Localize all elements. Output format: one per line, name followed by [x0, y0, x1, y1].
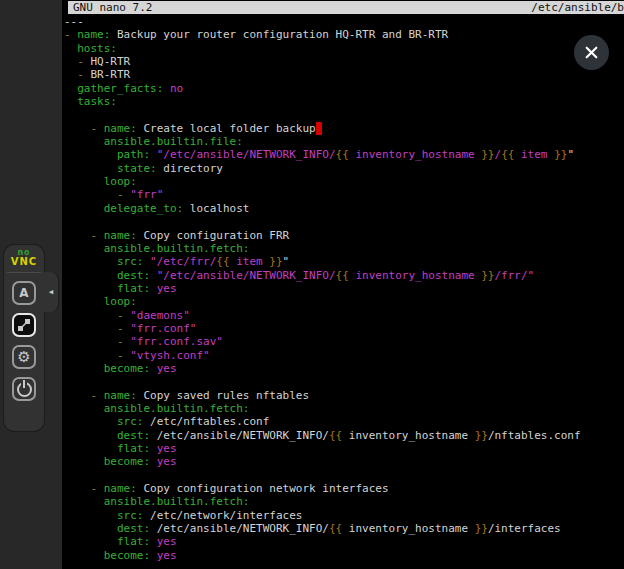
editor-line: loop: [64, 295, 624, 308]
vnc-sidebar-strip: no VNC A ⚙ [0, 0, 62, 569]
novnc-logo: no VNC [7, 245, 41, 273]
editor-line: - "frr" [64, 188, 624, 201]
editor-line: ansible.builtin.fetch: [64, 495, 624, 508]
nano-version-label: GNU nano 7.2 [73, 1, 152, 14]
editor-line: state: directory [64, 162, 624, 175]
editor-line: ansible.builtin.fetch: [64, 402, 624, 415]
editor-line [64, 215, 624, 228]
editor-line: - name: Copy configuration FRR [64, 229, 624, 242]
editor-line: --- [64, 15, 624, 28]
fullscreen-button[interactable] [12, 313, 36, 337]
vnc-control-panel: no VNC A ⚙ [4, 245, 44, 431]
editor-line [64, 469, 624, 482]
editor-line: - BR-RTR [64, 68, 624, 81]
editor-line: dest: "/etc/ansible/NETWORK_INFO/{{ inve… [64, 269, 624, 282]
editor-line: - name: Create local folder backup [64, 122, 624, 135]
text-cursor [316, 122, 323, 135]
editor-line: ansible.builtin.fetch: [64, 242, 624, 255]
sidebar-collapse-handle[interactable]: ◀ [44, 272, 58, 312]
editor-line: delegate_to: localhost [64, 202, 624, 215]
letter-a-icon: A [19, 287, 28, 299]
editor-line: hosts: [64, 42, 624, 55]
editor-line: - name: Backup your router configuration… [64, 28, 624, 41]
disconnect-button[interactable] [12, 377, 36, 401]
keyboard-button[interactable]: A [12, 281, 36, 305]
editor-line: flat: yes [64, 282, 624, 295]
editor-line: dest: /etc/ansible/NETWORK_INFO/{{ inven… [64, 522, 624, 535]
gear-icon: ⚙ [17, 350, 30, 365]
editor-line: become: yes [64, 362, 624, 375]
editor-line: - name: Copy saved rules nftables [64, 389, 624, 402]
editor-line: - "vtysh.conf" [64, 349, 624, 362]
editor-line [64, 108, 624, 121]
nano-filename-label: /etc/ansible/b [531, 1, 624, 14]
editor-line: - HQ-RTR [64, 55, 624, 68]
close-button[interactable] [574, 35, 609, 70]
vnc-session-screen: no VNC A ⚙ [0, 0, 624, 569]
editor-line: flat: yes [64, 535, 624, 548]
nano-titlebar: GNU nano 7.2 /etc/ansible/b [68, 1, 624, 14]
editor-line: become: yes [64, 549, 624, 562]
editor-line: path: "/etc/ansible/NETWORK_INFO/{{ inve… [64, 148, 624, 161]
terminal-window: GNU nano 7.2 /etc/ansible/b ---- name: B… [62, 0, 624, 569]
novnc-logo-vnc: VNC [7, 257, 41, 267]
editor-line: src: /etc/network/interfaces [64, 509, 624, 522]
editor-line: - "frr.conf.sav" [64, 335, 624, 348]
editor-line: - name: Copy configuration network inter… [64, 482, 624, 495]
power-icon [17, 382, 32, 397]
editor-line: tasks: [64, 95, 624, 108]
editor-line: ansible.builtin.file: [64, 135, 624, 148]
settings-button[interactable]: ⚙ [12, 345, 36, 369]
editor-line: src: /etc/nftables.conf [64, 415, 624, 428]
nano-editor-area[interactable]: ---- name: Backup your router configurat… [62, 15, 624, 569]
editor-line: - "frr.conf" [64, 322, 624, 335]
editor-line: flat: yes [64, 442, 624, 455]
editor-line: gather_facts: no [64, 82, 624, 95]
editor-line: src: "/etc/frr/{{ item }}" [64, 255, 624, 268]
fullscreen-icon [17, 318, 31, 332]
close-icon [584, 45, 599, 60]
editor-line: dest: /etc/ansible/NETWORK_INFO/{{ inven… [64, 429, 624, 442]
editor-line: become: yes [64, 455, 624, 468]
vnc-button-column: A ⚙ [4, 273, 44, 401]
editor-line: - "daemons" [64, 309, 624, 322]
editor-line [64, 375, 624, 388]
editor-line: loop: [64, 175, 624, 188]
chevron-left-icon: ◀ [49, 288, 53, 296]
